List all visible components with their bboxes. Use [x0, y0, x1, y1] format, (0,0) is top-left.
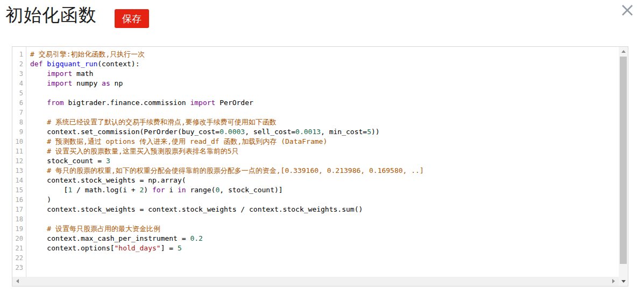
line-number: 21 — [12, 243, 26, 253]
line-number: 8 — [12, 117, 26, 127]
code-line[interactable]: context.options["hold_days"] = 5 — [30, 243, 619, 253]
scroll-left-arrow-icon[interactable] — [13, 277, 23, 286]
line-number: 12 — [12, 156, 26, 166]
code-line[interactable]: from bigtrader.finance.commission import… — [30, 98, 619, 108]
code-line[interactable]: # 设置每只股票占用的最大资金比例 — [30, 224, 619, 234]
code-line[interactable] — [30, 263, 619, 273]
line-number: 22 — [12, 253, 26, 263]
line-number-gutter: 1234567891011121314151617181920212223 — [12, 47, 26, 277]
line-number: 15 — [12, 185, 26, 195]
line-number: 10 — [12, 137, 26, 146]
line-number: 7 — [12, 108, 26, 117]
code-line[interactable]: import math — [30, 69, 619, 79]
code-line[interactable]: context.stock_weights = context.stock_we… — [30, 205, 619, 214]
code-line[interactable]: # 设置买入的股票数量,这里买入预测股票列表排名靠前的5只 — [30, 146, 619, 156]
code-line[interactable]: # 每只的股票的权重,如下的权重分配会使得靠前的股票分配多一点的资金,[0.33… — [30, 166, 619, 176]
code-line[interactable]: [1 / math.log(i + 2) for i in range(0, s… — [30, 185, 619, 195]
line-number: 20 — [12, 234, 26, 243]
code-line[interactable] — [30, 108, 619, 117]
editor-content: 1234567891011121314151617181920212223 # … — [12, 47, 619, 277]
save-button[interactable]: 保存 — [115, 9, 149, 28]
code-line[interactable] — [30, 214, 619, 224]
scroll-right-arrow-icon[interactable] — [608, 277, 618, 286]
line-number: 2 — [12, 59, 26, 69]
code-line[interactable]: # 交易引擎:初始化函数,只执行一次 — [30, 50, 619, 59]
close-icon[interactable] — [619, 2, 636, 19]
vertical-scroll-thumb[interactable] — [620, 57, 627, 264]
code-editor[interactable]: 1234567891011121314151617181920212223 # … — [12, 46, 628, 287]
line-number: 17 — [12, 205, 26, 214]
scroll-up-arrow-icon[interactable] — [619, 47, 628, 56]
code-line[interactable]: context.stock_weights = np.array( — [30, 176, 619, 185]
line-number: 9 — [12, 127, 26, 137]
code-line[interactable]: context.set_commission(PerOrder(buy_cost… — [30, 127, 619, 137]
line-number: 3 — [12, 69, 26, 79]
line-number: 23 — [12, 263, 26, 273]
code-line[interactable]: def bigquant_run(context): — [30, 59, 619, 69]
code-content[interactable]: # 交易引擎:初始化函数,只执行一次def bigquant_run(conte… — [26, 47, 619, 277]
line-number: 5 — [12, 88, 26, 98]
code-line[interactable] — [30, 88, 619, 98]
scroll-down-arrow-icon[interactable] — [619, 277, 628, 286]
horizontal-scrollbar[interactable] — [12, 277, 619, 286]
code-line[interactable]: # 预测数据,通过 options 传入进来,使用 read_df 函数,加载到… — [30, 137, 619, 146]
line-number: 14 — [12, 176, 26, 185]
init-function-dialog: 初始化函数 保存 1234567891011121314151617181920… — [0, 0, 644, 293]
code-line[interactable]: stock_count = 3 — [30, 156, 619, 166]
line-number: 11 — [12, 146, 26, 156]
page-title: 初始化函数 — [5, 3, 97, 27]
line-number: 16 — [12, 195, 26, 205]
code-line[interactable]: import numpy as np — [30, 79, 619, 88]
vertical-scrollbar[interactable] — [619, 47, 628, 286]
line-number: 19 — [12, 224, 26, 234]
line-number: 4 — [12, 79, 26, 88]
code-line[interactable] — [30, 253, 619, 263]
line-number: 13 — [12, 166, 26, 176]
code-line[interactable]: ) — [30, 195, 619, 205]
code-line[interactable]: # 系统已经设置了默认的交易手续费和滑点,要修改手续费可使用如下函数 — [30, 117, 619, 127]
line-number: 6 — [12, 98, 26, 108]
line-number: 1 — [12, 50, 26, 59]
code-line[interactable]: context.max_cash_per_instrument = 0.2 — [30, 234, 619, 243]
line-number: 18 — [12, 214, 26, 224]
